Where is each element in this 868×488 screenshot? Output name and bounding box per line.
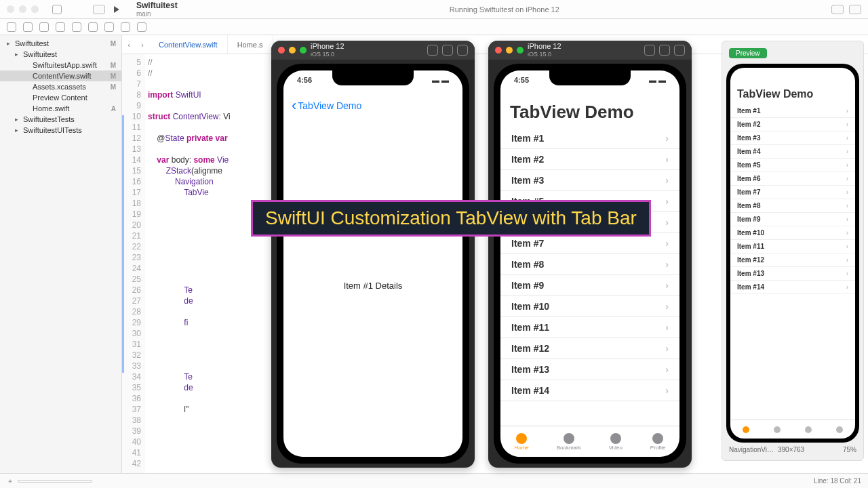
nav-fwd-icon[interactable]: › bbox=[136, 41, 149, 49]
preview-list-item: Item #7› bbox=[730, 186, 855, 199]
report-nav-icon[interactable] bbox=[137, 22, 146, 32]
preview-list-item: Item #2› bbox=[730, 118, 855, 131]
list-item[interactable]: Item #2› bbox=[500, 149, 679, 170]
close-dot[interactable] bbox=[7, 5, 14, 13]
preview-list-item: Item #8› bbox=[730, 199, 855, 213]
issue-nav-icon[interactable] bbox=[72, 22, 81, 32]
tabbar-item-bookmark[interactable]: Bookmark bbox=[557, 433, 581, 451]
preview-tab-home-icon[interactable] bbox=[743, 426, 749, 433]
list-item[interactable]: Item #14› bbox=[500, 380, 679, 401]
add-button[interactable] bbox=[831, 5, 844, 14]
preview-tab-bookmark-icon[interactable] bbox=[774, 426, 781, 433]
preview-size: 390×763 bbox=[778, 446, 804, 453]
simulator-group: iPhone 12iOS 15.0 4:56▬ ▬ TabView Demo I… bbox=[271, 41, 692, 468]
tabbar-item-video[interactable]: Video bbox=[609, 433, 623, 451]
sidebar-item[interactable]: ▸SwiftuitestM bbox=[0, 38, 121, 49]
home-icon[interactable] bbox=[427, 45, 438, 56]
branch-label: main bbox=[136, 10, 178, 18]
symbol-nav-icon[interactable] bbox=[39, 22, 49, 32]
cursor-position: Line: 18 Col: 21 bbox=[814, 477, 861, 485]
preview-tab-profile-icon[interactable] bbox=[836, 426, 843, 433]
filter-input[interactable] bbox=[18, 480, 92, 483]
nav-back-button[interactable]: TabView Demo bbox=[283, 98, 462, 114]
preview-tab-video-icon[interactable] bbox=[805, 426, 812, 433]
preview-footer: NavigationVi… 390×763 75% bbox=[726, 443, 859, 456]
preview-list-item: Item #1› bbox=[730, 104, 855, 118]
zoom-dot[interactable] bbox=[31, 5, 39, 13]
folder-nav-icon[interactable] bbox=[7, 22, 16, 32]
sim-max-icon[interactable] bbox=[517, 47, 524, 54]
tabbar-item-profile[interactable]: Profile bbox=[650, 433, 666, 451]
preview-list-item: Item #9› bbox=[730, 213, 855, 226]
test-nav-icon[interactable] bbox=[88, 22, 98, 32]
ios-statusbar: 4:56▬ ▬ bbox=[283, 76, 462, 84]
navigator-toolbar bbox=[0, 19, 868, 35]
list-item[interactable]: Item #8› bbox=[500, 254, 679, 275]
sim-min-icon[interactable] bbox=[506, 47, 513, 54]
sidebar-item[interactable]: ▸SwiftuitestUITests bbox=[0, 125, 121, 136]
breakpoint-nav-icon[interactable] bbox=[121, 22, 130, 32]
minimize-dot[interactable] bbox=[19, 5, 26, 13]
tabbar-item-home[interactable]: Home bbox=[514, 433, 528, 451]
overlay-banner: SwiftUI Customization TabView with Tab B… bbox=[251, 200, 651, 237]
build-status-text: Running Swiftuitest on iPhone 12 bbox=[183, 5, 826, 14]
simulator-detail: iPhone 12iOS 15.0 4:56▬ ▬ TabView Demo I… bbox=[271, 41, 475, 468]
screenshot-icon[interactable] bbox=[659, 45, 670, 56]
change-bar bbox=[122, 115, 124, 373]
tab-contentview[interactable]: ContentView.swift bbox=[149, 35, 228, 54]
sidebar-item[interactable]: SwiftuitestApp.swiftM bbox=[0, 60, 121, 70]
screenshot-icon[interactable] bbox=[442, 45, 453, 56]
sidebar-item[interactable]: Home.swiftA bbox=[0, 103, 121, 114]
stop-button[interactable] bbox=[93, 5, 105, 14]
sim-close-icon[interactable] bbox=[495, 47, 502, 54]
sim1-header: iPhone 12iOS 15.0 bbox=[271, 41, 475, 60]
list-item[interactable]: Item #1› bbox=[500, 128, 679, 149]
preview-list-item: Item #3› bbox=[730, 131, 855, 145]
list-item[interactable]: Item #3› bbox=[500, 170, 679, 191]
sidebar-item[interactable]: ContentView.swiftM bbox=[0, 70, 121, 81]
find-nav-icon[interactable] bbox=[56, 22, 65, 32]
window-titlebar: Swiftuitest main Running Swiftuitest on … bbox=[0, 0, 868, 19]
list-item[interactable]: Item #13› bbox=[500, 359, 679, 380]
line-gutter: 5678910111213141516171819202122232425262… bbox=[122, 54, 145, 473]
rotate-icon[interactable] bbox=[674, 45, 685, 56]
preview-list-item: Item #13› bbox=[730, 267, 855, 281]
preview-list-item: Item #6› bbox=[730, 172, 855, 186]
scm-nav-icon[interactable] bbox=[23, 22, 33, 32]
sidebar-item[interactable]: ▸SwiftuitestTests bbox=[0, 114, 121, 125]
run-button[interactable] bbox=[114, 6, 119, 13]
sim-max-icon[interactable] bbox=[300, 47, 307, 54]
nav-back-icon[interactable]: ‹ bbox=[122, 41, 136, 49]
list-item[interactable]: Item #9› bbox=[500, 275, 679, 296]
preview-chip[interactable]: Preview bbox=[729, 48, 767, 58]
ios-tabbar: HomeBookmarkVideoProfile bbox=[500, 426, 679, 457]
sim1-device-label: iPhone 12iOS 15.0 bbox=[311, 42, 423, 58]
rotate-icon[interactable] bbox=[457, 45, 468, 56]
preview-list-item: Item #12› bbox=[730, 253, 855, 267]
sim-min-icon[interactable] bbox=[289, 47, 296, 54]
tab-home[interactable]: Home.s bbox=[228, 35, 273, 54]
library-button[interactable] bbox=[849, 5, 861, 14]
add-target-icon[interactable]: ＋ bbox=[7, 476, 14, 486]
preview-tabbar bbox=[730, 420, 855, 439]
sidebar-toggle-icon[interactable] bbox=[52, 5, 62, 14]
sim2-device-label: iPhone 12iOS 15.0 bbox=[528, 42, 640, 58]
traffic-lights bbox=[7, 5, 39, 13]
debug-nav-icon[interactable] bbox=[104, 22, 114, 32]
project-name[interactable]: Swiftuitest bbox=[136, 1, 178, 10]
canvas-preview: Preview TabView Demo Item #1›Item #2›Ite… bbox=[722, 41, 864, 461]
preview-list-item: Item #11› bbox=[730, 240, 855, 253]
sim-close-icon[interactable] bbox=[278, 47, 285, 54]
list-item[interactable]: Item #10› bbox=[500, 296, 679, 317]
preview-list: Item #1›Item #2›Item #3›Item #4›Item #5›… bbox=[730, 104, 855, 294]
preview-zoom: 75% bbox=[843, 446, 856, 453]
sidebar-item[interactable]: Assets.xcassetsM bbox=[0, 81, 121, 92]
preview-file: NavigationVi… bbox=[729, 446, 774, 453]
sidebar-item[interactable]: Preview Content bbox=[0, 92, 121, 103]
preview-list-item: Item #14› bbox=[730, 281, 855, 294]
list-item[interactable]: Item #12› bbox=[500, 338, 679, 359]
list-item[interactable]: Item #11› bbox=[500, 317, 679, 338]
list-view[interactable]: Item #1›Item #2›Item #3›Item #5›Item #6›… bbox=[500, 128, 679, 426]
sidebar-item[interactable]: ▸Swiftuitest bbox=[0, 49, 121, 60]
home-icon[interactable] bbox=[644, 45, 655, 56]
